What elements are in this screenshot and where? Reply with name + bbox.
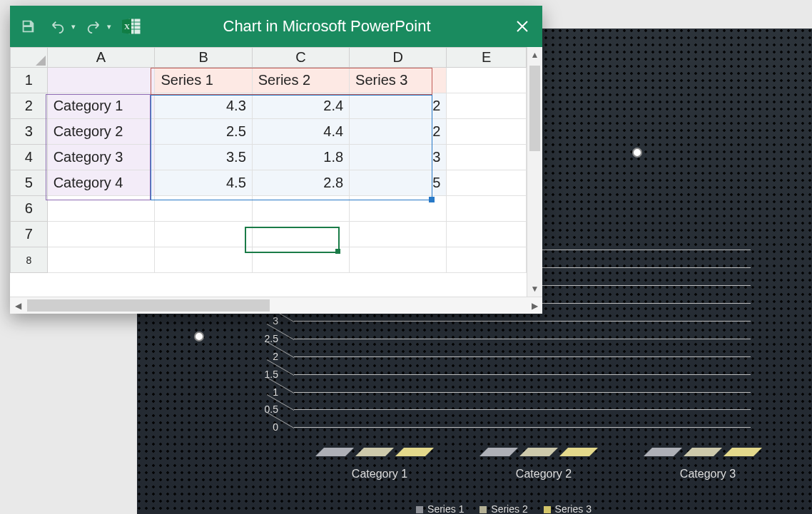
cell-C2[interactable]: 2.4 <box>252 93 349 119</box>
cell-E2[interactable] <box>447 93 527 119</box>
cell-E8[interactable] <box>447 247 527 273</box>
legend-label: Series 1 <box>427 503 464 514</box>
cell-C7[interactable] <box>252 222 349 247</box>
row-header[interactable]: 1 <box>11 68 48 93</box>
scroll-left-icon[interactable]: ◀ <box>10 297 26 314</box>
horizontal-scroll-thumb[interactable] <box>27 299 270 312</box>
legend-swatch-icon <box>416 506 423 513</box>
x-category: Category 3 <box>644 468 772 480</box>
cell-D4[interactable]: 3 <box>350 145 447 170</box>
worksheet-grid[interactable]: A B C D E 1 Series 1 Series 2 Series 3 2… <box>10 47 527 297</box>
cell-D3[interactable]: 2 <box>350 119 447 145</box>
col-header-B[interactable]: B <box>155 48 252 68</box>
worksheet-area: A B C D E 1 Series 1 Series 2 Series 3 2… <box>10 47 542 297</box>
row-header[interactable]: 7 <box>11 222 48 247</box>
vertical-scrollbar[interactable]: ▲ ▼ <box>527 47 542 297</box>
legend-label: Series 2 <box>491 503 527 514</box>
undo-menu-icon[interactable]: ▾ <box>71 22 76 31</box>
cell-E3[interactable] <box>447 119 527 145</box>
scroll-up-icon[interactable]: ▲ <box>527 47 542 63</box>
cell-E5[interactable] <box>447 170 527 196</box>
legend-swatch-icon <box>479 506 487 513</box>
cell-B8[interactable] <box>155 247 252 273</box>
cell-B1[interactable]: Series 1 <box>155 68 252 93</box>
cell-D6[interactable] <box>350 196 447 222</box>
selection-handle-top[interactable] <box>632 148 642 158</box>
cell-E1[interactable] <box>447 68 527 93</box>
vertical-scroll-thumb[interactable] <box>529 66 540 151</box>
cell-B5[interactable]: 4.5 <box>155 170 252 196</box>
save-button[interactable] <box>16 14 40 38</box>
quick-access-toolbar: ▾ ▾ X <box>16 14 146 38</box>
cell-B7[interactable] <box>155 222 252 247</box>
cell-A2[interactable]: Category 1 <box>47 93 155 119</box>
row-header[interactable]: 6 <box>11 196 48 222</box>
col-header-A[interactable]: A <box>47 48 155 68</box>
scroll-right-icon[interactable]: ▶ <box>527 297 542 314</box>
cell-C4[interactable]: 1.8 <box>252 145 349 170</box>
cell-B6[interactable] <box>155 196 252 222</box>
cell-A4[interactable]: Category 3 <box>47 145 155 170</box>
cell-C6[interactable] <box>252 196 349 222</box>
cell-A8[interactable] <box>47 247 155 273</box>
horizontal-scrollbar[interactable]: ◀ ▶ <box>10 297 542 314</box>
cell-D7[interactable] <box>350 222 447 247</box>
cell-B3[interactable]: 2.5 <box>155 119 252 145</box>
col-header-C[interactable]: C <box>252 48 349 68</box>
chart-legend[interactable]: Series 1 Series 2 Series 3 <box>187 503 808 514</box>
cell-C8[interactable] <box>252 247 349 273</box>
cell-B2[interactable]: 4.3 <box>155 93 252 119</box>
redo-button[interactable] <box>81 14 106 38</box>
svg-text:X: X <box>124 22 130 31</box>
legend-swatch-icon <box>544 506 551 513</box>
cell-A3[interactable]: Category 2 <box>47 119 155 145</box>
titlebar[interactable]: ▾ ▾ X Chart in Microsoft PowerPoint <box>10 6 542 47</box>
cell-C1[interactable]: Series 2 <box>252 68 349 93</box>
select-all-corner[interactable] <box>11 48 48 68</box>
cell-A1[interactable] <box>47 68 155 93</box>
selection-handle-left[interactable] <box>194 331 204 341</box>
redo-menu-icon[interactable]: ▾ <box>107 22 111 31</box>
chart-x-axis: Category 1 Category 2 Category 3 <box>294 461 751 485</box>
x-category: Category 1 <box>315 468 444 480</box>
col-header-E[interactable]: E <box>447 48 527 68</box>
close-button[interactable] <box>508 12 537 41</box>
legend-label: Series 3 <box>555 503 592 514</box>
col-header-D[interactable]: D <box>350 48 447 68</box>
excel-chart-data-window: ▾ ▾ X Chart in Microsoft PowerPoint <box>10 6 542 314</box>
undo-button[interactable] <box>46 14 70 38</box>
cell-D2[interactable]: 2 <box>350 93 447 119</box>
scroll-down-icon[interactable]: ▼ <box>527 281 542 297</box>
cell-C3[interactable]: 4.4 <box>252 119 349 145</box>
cell-D5[interactable]: 5 <box>350 170 447 196</box>
cell-E7[interactable] <box>447 222 527 247</box>
cell-D8[interactable] <box>350 247 447 273</box>
row-header[interactable]: 2 <box>11 93 48 119</box>
row-header[interactable]: 5 <box>11 170 48 196</box>
sheet-table: A B C D E 1 Series 1 Series 2 Series 3 2… <box>10 47 527 273</box>
cell-A5[interactable]: Category 4 <box>47 170 155 196</box>
row-header[interactable]: 8 <box>11 247 48 273</box>
cell-D1[interactable]: Series 3 <box>350 68 447 93</box>
cell-E6[interactable] <box>447 196 527 222</box>
cell-A6[interactable] <box>47 196 155 222</box>
excel-app-icon[interactable]: X <box>117 14 146 38</box>
row-header[interactable]: 3 <box>11 119 48 145</box>
cell-A7[interactable] <box>47 222 155 247</box>
x-category: Category 2 <box>479 468 608 480</box>
cell-E4[interactable] <box>447 145 527 170</box>
horizontal-scroll-track[interactable] <box>26 297 270 314</box>
cell-B4[interactable]: 3.5 <box>155 145 252 170</box>
row-header[interactable]: 4 <box>11 145 48 170</box>
window-title: Chart in Microsoft PowerPoint <box>146 17 508 36</box>
cell-C5[interactable]: 2.8 <box>252 170 349 196</box>
